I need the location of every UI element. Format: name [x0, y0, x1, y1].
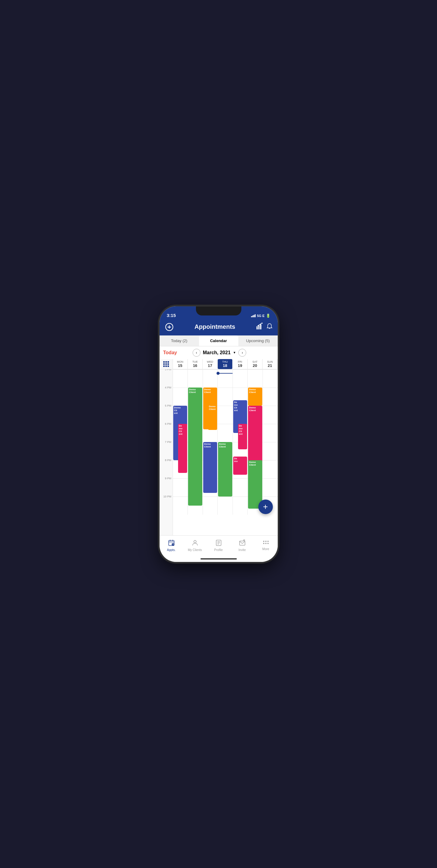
- day-col-tue: DemoClient: [188, 369, 203, 515]
- notification-icon[interactable]: [266, 323, 273, 331]
- appt-mon-red[interactable]: DemoClient: [178, 424, 187, 473]
- header-title: Appointments: [194, 323, 235, 330]
- day-header-tue[interactable]: TUE 16: [188, 359, 202, 369]
- svg-rect-7: [260, 324, 261, 330]
- prev-month-button[interactable]: ‹: [193, 349, 200, 356]
- clients-icon: [191, 539, 199, 548]
- appt-wed-blue[interactable]: DemoClient: [203, 442, 217, 493]
- phone-screen: 3:15 5G E 🔋 —: [160, 306, 278, 562]
- day-header-sat[interactable]: SAT 20: [248, 359, 262, 369]
- analytics-icon[interactable]: [256, 323, 263, 331]
- status-right: 5G E 🔋: [251, 314, 270, 318]
- home-indicator: [160, 556, 278, 562]
- svg-rect-21: [240, 541, 245, 545]
- appt-thu-green[interactable]: DemoClient: [218, 442, 232, 497]
- nav-label-more: More: [262, 547, 269, 551]
- invite-icon: [239, 539, 246, 548]
- app-header: — Appointments: [160, 320, 278, 336]
- svg-point-16: [194, 540, 196, 543]
- week-header: MON 15 TUE 16 WED 17 THU 18 FRI 19 SAT 2…: [160, 359, 278, 369]
- appt-sat-green[interactable]: DemoClient: [248, 460, 262, 508]
- appt-tue-green[interactable]: DemoClient: [188, 388, 202, 505]
- appt-wed-orange2[interactable]: DemoClient: [208, 404, 217, 430]
- home-bar: [200, 558, 237, 559]
- signal-bars-icon: [251, 314, 256, 317]
- time-9pm: 9 PM: [165, 477, 171, 480]
- day-header-mon[interactable]: MON 15: [173, 359, 188, 369]
- svg-point-29: [268, 543, 269, 544]
- day-header-fri[interactable]: FRI 19: [232, 359, 247, 369]
- day-col-sat: DemoClient DemoClient DemoClient: [248, 369, 263, 515]
- time-4pm: 4 PM: [165, 386, 171, 389]
- svg-point-26: [268, 541, 269, 542]
- svg-rect-6: [258, 326, 259, 330]
- svg-rect-5: [256, 327, 258, 330]
- battery-icon: 🔋: [266, 314, 271, 318]
- day-col-sun: [263, 369, 278, 515]
- dropdown-icon[interactable]: ▼: [233, 351, 236, 354]
- header-right: [256, 323, 273, 331]
- day-col-thu: DemoClient: [218, 369, 233, 515]
- nav-label-profile: Profile: [214, 548, 223, 552]
- appt-fri-red2[interactable]: Demo: [233, 457, 247, 475]
- time-7pm: 7 PM: [165, 440, 171, 443]
- profile-icon: [215, 539, 222, 548]
- day-col-wed: DemoClient DemoClient DemoClient: [203, 369, 218, 515]
- week-grid-icon: [160, 359, 173, 369]
- svg-point-27: [263, 543, 264, 544]
- time-3pm: 3 PM: [165, 369, 171, 371]
- appt-sat-orange[interactable]: DemoClient: [248, 388, 262, 406]
- top-tabs: Today (2) Calendar Upcoming (5): [160, 336, 278, 346]
- time-column: 3 PM 4 PM 5 PM 6 PM 7 PM 8 PM 9 PM 10 PM: [160, 369, 173, 535]
- appts-icon: [168, 539, 175, 548]
- bottom-nav: Appts. My Clients: [160, 535, 278, 556]
- current-time-line: [218, 373, 232, 374]
- day-header-sun[interactable]: SUN 21: [262, 359, 277, 369]
- month-label: March, 2021: [203, 350, 231, 355]
- chat-icon[interactable]: —: [164, 322, 174, 332]
- nav-item-profile[interactable]: Profile: [207, 537, 230, 552]
- nav-label-appts: Appts.: [167, 548, 175, 552]
- time-6pm: 6 PM: [165, 422, 171, 425]
- day-header-wed[interactable]: WED 17: [202, 359, 217, 369]
- nav-label-invite: Invite: [239, 548, 246, 552]
- status-time: 3:15: [167, 313, 176, 318]
- nav-item-clients[interactable]: My Clients: [183, 537, 207, 552]
- svg-point-25: [265, 541, 267, 542]
- nav-item-appts[interactable]: Appts.: [160, 537, 183, 552]
- tab-upcoming[interactable]: Upcoming (5): [238, 336, 278, 346]
- day-header-thu[interactable]: THU 18: [218, 359, 232, 369]
- calendar-grid-area: 3 PM 4 PM 5 PM 6 PM 7 PM 8 PM 9 PM 10 PM: [160, 369, 278, 535]
- today-button[interactable]: Today: [163, 350, 177, 355]
- nav-item-invite[interactable]: Invite: [230, 537, 254, 552]
- nav-item-more[interactable]: More: [254, 538, 278, 551]
- svg-text:—: —: [168, 326, 171, 329]
- appt-fri-red[interactable]: DemoClient: [238, 424, 247, 449]
- calendar-nav: Today ‹ March, 2021 ▼ ›: [160, 346, 278, 359]
- notch: [196, 306, 241, 315]
- add-appointment-button[interactable]: +: [258, 500, 273, 514]
- day-col-fri: DemoClient DemoClient Demo: [233, 369, 248, 515]
- next-month-button[interactable]: ›: [238, 349, 246, 356]
- more-icon: [262, 540, 270, 547]
- nav-label-clients: My Clients: [188, 548, 202, 552]
- appt-sat-red[interactable]: DemoClient: [248, 406, 262, 469]
- time-8pm: 8 PM: [165, 459, 171, 462]
- svg-point-28: [265, 543, 267, 544]
- tab-calendar[interactable]: Calendar: [199, 336, 238, 346]
- tab-today[interactable]: Today (2): [160, 336, 199, 346]
- month-nav: ‹ March, 2021 ▼ ›: [193, 349, 247, 356]
- time-5pm: 5 PM: [165, 404, 171, 407]
- svg-point-24: [263, 541, 264, 542]
- time-10pm: 10 PM: [163, 495, 171, 498]
- network-label: 5G E: [257, 314, 264, 318]
- phone-frame: 3:15 5G E 🔋 —: [160, 306, 278, 562]
- day-col-mon: DemoClient DemoClient: [173, 369, 188, 515]
